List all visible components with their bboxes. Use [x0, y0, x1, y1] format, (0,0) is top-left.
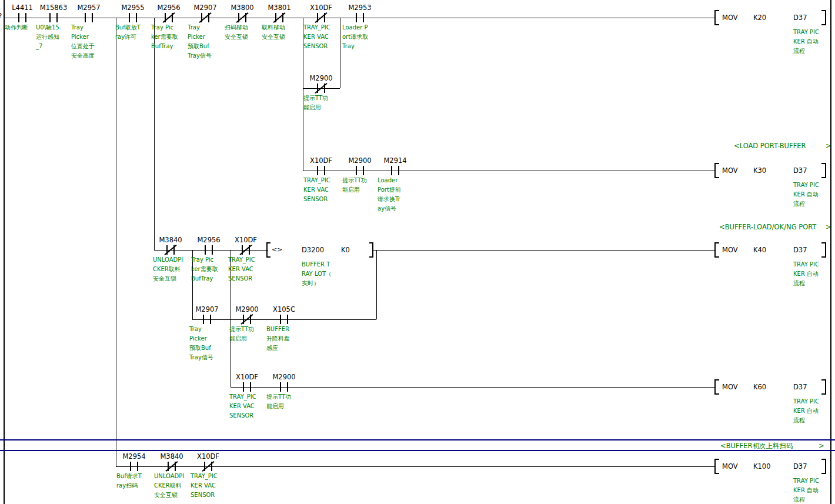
branch-wire: [154, 18, 155, 250]
pointer-label-arrow: >: [819, 442, 824, 450]
no-contact-symbol: [372, 166, 419, 175]
open-bracket: [714, 459, 716, 474]
mov-instruction-k100[interactable]: MOV K100 D37 TRAY PIC KER 自动 流程: [714, 459, 832, 474]
pointer-label-buffer-first-load-scan[interactable]: <BUFFER初次上料扫码: [720, 442, 793, 450]
no-contact-symbol: [65, 13, 112, 22]
left-power-rail: [4, 0, 5, 504]
open-bracket: [266, 242, 268, 258]
mov-instruction-k40[interactable]: MOV K40 D37 TRAY PIC KER 自动 流程: [714, 242, 832, 258]
no-contact-symbol: [260, 382, 308, 392]
pointer-label-load-port-buffer[interactable]: <LOAD PORT-BUFFER: [734, 142, 806, 150]
open-bracket: [714, 379, 716, 395]
open-bracket: [714, 10, 716, 25]
no-contact-symbol: [336, 13, 383, 22]
open-bracket: [714, 163, 716, 178]
no-contact-symbol: [260, 315, 308, 324]
close-bracket: [825, 242, 826, 258]
selection-box[interactable]: [0, 439, 835, 451]
compare-instruction[interactable]: <> D3200 K0 BUFFER T RAY LOT（ 实时）: [266, 242, 375, 258]
close-bracket: [372, 242, 373, 258]
close-bracket: [825, 10, 826, 25]
close-bracket: [825, 379, 826, 395]
mov-instruction-k60[interactable]: MOV K60 D37 TRAY PIC KER 自动 流程: [714, 379, 832, 395]
branch-wire: [376, 250, 377, 319]
wire: [373, 250, 714, 251]
pointer-label-arrow: >: [826, 223, 831, 231]
mov-instruction-k30[interactable]: MOV K30 D37 TRAY PIC KER 自动 流程: [714, 163, 832, 178]
pointer-label-arrow: >: [826, 142, 831, 150]
ladder-editor-canvas[interactable]: 2 L4411动作判断 M15863U0\轴15. 运行感知 _7 M2957T…: [0, 0, 835, 504]
pointer-label-buffer-load-ok-ng-port[interactable]: <BUFFER-LOAD/OK/NG PORT: [719, 223, 816, 231]
branch-wire: [116, 18, 116, 466]
mov-instruction-k20[interactable]: MOV K20 D37 TRAY PIC KER 自动 流程: [714, 10, 832, 25]
close-bracket: [825, 459, 826, 474]
close-bracket: [825, 163, 826, 178]
open-bracket: [714, 242, 716, 258]
